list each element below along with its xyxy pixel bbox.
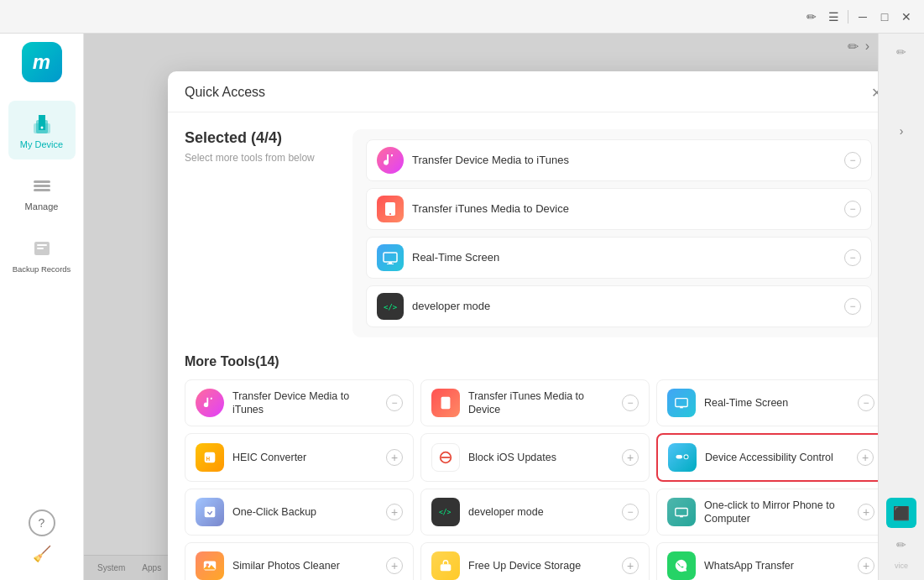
selected-section: Selected (4/4) Select more tools from be… <box>185 129 352 337</box>
selected-card-0: Transfer Device Media to iTunes − <box>366 139 872 181</box>
tool-one-click-backup[interactable]: One-Click Backup + <box>185 489 414 536</box>
edit-icon[interactable]: ✏ <box>804 9 819 24</box>
tool-label-accessibility: Device Accessibility Control <box>705 451 848 464</box>
tool-storage-icon <box>431 551 460 580</box>
svg-rect-25 <box>205 507 216 518</box>
modal-header: Quick Access ✕ <box>168 71 878 112</box>
tool-label-backup: One-Click Backup <box>232 505 378 519</box>
svg-rect-27 <box>676 509 687 516</box>
quick-access-modal: Quick Access ✕ Selected (4/4) Select mor… <box>168 71 878 580</box>
tool-screen-icon <box>667 389 696 417</box>
selected-card-3: </> developer mode − <box>366 285 872 327</box>
main-layout: m My Device <box>0 34 924 580</box>
right-edit-icon-2[interactable]: ✏ <box>891 535 911 555</box>
tool-label-transfer-device: Transfer Device Media to iTunes <box>232 389 378 417</box>
svg-text:</>: </> <box>384 303 398 311</box>
tool-label-dev: developer mode <box>468 505 613 519</box>
tool-transfer-itunes[interactable]: Transfer iTunes Media to Device − <box>420 379 650 426</box>
broom-icon[interactable]: 🧹 <box>33 545 51 563</box>
maximize-icon[interactable]: □ <box>877 9 892 24</box>
tool-remove-transfer-device[interactable]: − <box>386 395 403 411</box>
tool-photos-icon <box>196 551 224 580</box>
tool-whatsapp-icon <box>667 551 696 580</box>
sidebar: m My Device <box>0 34 84 580</box>
tool-add-storage[interactable]: + <box>622 557 639 574</box>
app-window: ✏ ☰ ─ □ ✕ m M <box>0 0 924 580</box>
selected-card-1: Transfer iTunes Media to Device − <box>366 188 872 230</box>
screen-icon-2 <box>377 244 404 271</box>
tool-accessibility[interactable]: Device Accessibility Control + <box>656 433 878 482</box>
more-tools-title: More Tools(14) <box>185 354 878 369</box>
tool-remove-dev[interactable]: − <box>622 504 639 520</box>
content-area: ✏ › apps, apps System Apps Photos Media … <box>84 34 878 580</box>
backup-records-label: Backup Records <box>13 264 71 274</box>
tool-backup-icon <box>196 498 224 526</box>
menu-icon[interactable]: ☰ <box>826 9 841 24</box>
modal-title: Quick Access <box>185 85 265 100</box>
svg-rect-3 <box>34 180 50 183</box>
tool-dev-icon: </> <box>431 498 460 526</box>
tool-label-mirror: One-click to Mirror Phone to Computer <box>704 499 849 526</box>
tool-add-heic[interactable]: + <box>386 449 403 466</box>
remove-button-3[interactable]: − <box>844 298 861 315</box>
tool-add-photos[interactable]: + <box>386 557 403 574</box>
tool-add-backup[interactable]: + <box>386 504 403 520</box>
remove-button-1[interactable]: − <box>844 201 861 217</box>
minimize-icon[interactable]: ─ <box>855 9 870 24</box>
tool-heic-icon: H <box>196 443 224 472</box>
right-teal-button[interactable]: ⬛ <box>886 498 916 528</box>
selected-subtitle: Select more tools from below <box>185 152 336 164</box>
selected-card-label-1: Transfer iTunes Media to Device <box>412 202 836 217</box>
svg-rect-15 <box>441 397 451 409</box>
svg-rect-7 <box>37 244 47 246</box>
modal-close-button[interactable]: ✕ <box>867 83 878 102</box>
tool-label-block-ios: Block iOS Updates <box>468 451 613 464</box>
selected-card-label-3: developer mode <box>412 300 836 314</box>
tool-similar-photos[interactable]: Similar Photos Cleaner + <box>185 542 414 580</box>
title-bar: ✏ ☰ ─ □ ✕ <box>0 0 924 34</box>
help-button[interactable]: ? <box>29 509 55 536</box>
tool-remove-transfer-itunes[interactable]: − <box>622 395 639 411</box>
tool-add-mirror[interactable]: + <box>858 504 874 520</box>
sidebar-item-my-device[interactable]: My Device <box>8 101 76 159</box>
tool-block-icon <box>431 443 460 472</box>
svg-rect-5 <box>34 189 50 191</box>
right-edit-icon[interactable]: ✏ <box>891 42 911 62</box>
svg-rect-4 <box>34 185 50 187</box>
svg-rect-22 <box>676 455 683 459</box>
sidebar-item-backup-records[interactable]: Backup Records <box>8 225 76 284</box>
tool-label-whatsapp: WhatsApp Transfer <box>704 559 849 572</box>
tool-real-time-screen[interactable]: Real-Time Screen − <box>656 379 878 426</box>
tool-whatsapp[interactable]: WhatsApp Transfer + <box>656 542 878 580</box>
right-device-label: vice <box>895 562 908 572</box>
close-icon[interactable]: ✕ <box>899 9 914 24</box>
selected-cards: Transfer Device Media to iTunes − <box>352 129 878 337</box>
tool-transfer-device[interactable]: Transfer Device Media to iTunes − <box>185 379 414 426</box>
selected-card-2: Real-Time Screen − <box>366 237 872 279</box>
phone-icon-1 <box>377 196 404 222</box>
tool-label-transfer-itunes: Transfer iTunes Media to Device <box>468 389 613 417</box>
tool-add-accessibility[interactable]: + <box>857 449 874 466</box>
app-logo: m <box>22 42 62 82</box>
my-device-icon <box>29 111 55 136</box>
svg-rect-16 <box>676 399 687 407</box>
tool-heic[interactable]: H HEIC Converter + <box>185 433 414 482</box>
selected-title: Selected (4/4) <box>185 129 336 147</box>
tool-remove-real-time[interactable]: − <box>858 395 874 411</box>
remove-button-2[interactable]: − <box>844 249 861 266</box>
tool-add-block-ios[interactable]: + <box>622 449 639 466</box>
tool-dev-mode[interactable]: </> developer mode − <box>420 489 650 536</box>
right-chevron-icon[interactable]: › <box>890 119 913 143</box>
tool-free-storage[interactable]: Free Up Device Storage + <box>420 542 650 580</box>
separator <box>848 10 848 24</box>
tool-add-whatsapp[interactable]: + <box>858 557 874 574</box>
tool-label-heic: HEIC Converter <box>232 451 378 464</box>
tool-mirror[interactable]: One-click to Mirror Phone to Computer + <box>656 489 878 536</box>
remove-button-0[interactable]: − <box>844 152 861 169</box>
music-icon-0 <box>377 147 404 174</box>
more-tools-section: More Tools(14) Transfer Device Media to … <box>168 354 878 580</box>
dev-icon-3: </> <box>377 293 404 320</box>
sidebar-item-manage[interactable]: Manage <box>8 163 76 222</box>
tool-block-ios[interactable]: Block iOS Updates + <box>420 433 650 482</box>
manage-icon <box>29 173 55 198</box>
